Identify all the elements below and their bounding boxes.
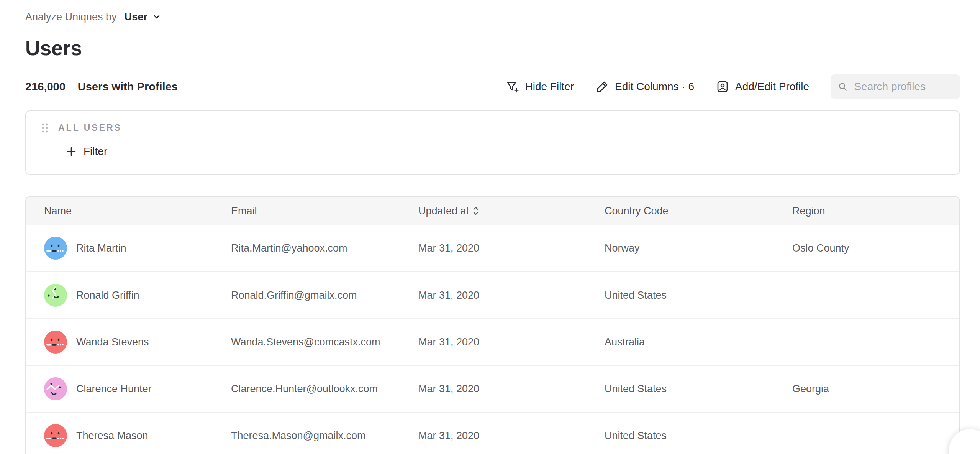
- user-email: Theresa.Mason@gmailx.com: [231, 430, 418, 442]
- user-updated-at: Mar 31, 2020: [418, 430, 605, 442]
- user-region: Georgia: [792, 383, 959, 395]
- column-header-updated-at[interactable]: Updated at: [418, 205, 605, 217]
- edit-columns-label: Edit Columns · 6: [615, 81, 694, 93]
- user-name: Clarence Hunter: [76, 383, 152, 395]
- zigzag-face-avatar: [44, 377, 67, 400]
- filter-panel: ALL USERS Filter: [25, 110, 960, 175]
- user-email: Clarence.Hunter@outlookx.com: [231, 383, 418, 395]
- table-row[interactable]: Theresa Mason Theresa.Mason@gmailx.com M…: [26, 412, 959, 454]
- user-country-code: United States: [605, 430, 792, 442]
- table-body: Rita Martin Rita.Martin@yahoox.com Mar 3…: [26, 225, 959, 454]
- funnel-plus-icon: [505, 80, 519, 94]
- add-filter-button[interactable]: Filter: [66, 145, 107, 158]
- analyze-by-value: User: [125, 11, 147, 23]
- pencil-icon: [595, 80, 609, 94]
- user-country-code: Australia: [605, 336, 792, 348]
- user-updated-at: Mar 31, 2020: [418, 242, 605, 254]
- profile-count: 216,000 Users with Profiles: [25, 81, 178, 93]
- table-row[interactable]: Wanda Stevens Wanda.Stevens@comcastx.com…: [26, 318, 959, 365]
- table-row[interactable]: Rita Martin Rita.Martin@yahoox.com Mar 3…: [26, 225, 959, 271]
- user-name: Theresa Mason: [76, 430, 148, 442]
- chevron-down-icon: [152, 12, 161, 21]
- user-email: Rita.Martin@yahoox.com: [231, 242, 418, 254]
- magnifier-icon: [837, 81, 848, 93]
- all-users-group-label: ALL USERS: [58, 123, 122, 133]
- column-header-email[interactable]: Email: [231, 205, 418, 217]
- user-country-code: United States: [605, 383, 792, 395]
- user-name: Wanda Stevens: [76, 336, 149, 348]
- users-page: Analyze Uniques by User Users 216,000 Us…: [0, 0, 980, 454]
- page-title: Users: [25, 36, 960, 60]
- dash-face-avatar: [44, 331, 67, 354]
- table-header-row: Name Email Updated at Country Code Regio…: [26, 197, 959, 225]
- user-country-code: Norway: [605, 242, 792, 254]
- edit-columns-button[interactable]: Edit Columns · 6: [595, 80, 694, 94]
- dash-face-avatar: [44, 237, 67, 260]
- user-name: Ronald Griffin: [76, 290, 139, 301]
- user-country-code: United States: [605, 290, 792, 301]
- user-name: Rita Martin: [76, 242, 126, 254]
- column-header-name[interactable]: Name: [26, 205, 231, 217]
- profile-count-label: Users with Profiles: [78, 81, 178, 93]
- toolbar: Hide Filter Edit Columns · 6 Add/Edit Pr…: [505, 74, 960, 99]
- user-email: Wanda.Stevens@comcastx.com: [231, 336, 418, 348]
- users-table: Name Email Updated at Country Code Regio…: [25, 196, 960, 454]
- user-region: Oslo County: [792, 242, 959, 254]
- add-edit-profile-label: Add/Edit Profile: [735, 81, 809, 93]
- profile-count-number: 216,000: [25, 81, 66, 93]
- add-edit-profile-button[interactable]: Add/Edit Profile: [716, 80, 809, 94]
- profile-card-icon: [716, 80, 729, 94]
- drag-handle-icon[interactable]: [41, 123, 48, 133]
- hide-filter-button[interactable]: Hide Filter: [505, 80, 574, 94]
- column-header-country-code[interactable]: Country Code: [605, 205, 792, 217]
- analyze-uniques-row: Analyze Uniques by User: [25, 11, 960, 23]
- table-row[interactable]: Ronald Griffin Ronald.Griffin@gmailx.com…: [26, 271, 959, 318]
- column-header-region[interactable]: Region: [792, 205, 959, 217]
- user-email: Ronald.Griffin@gmailx.com: [231, 290, 418, 301]
- add-filter-label: Filter: [84, 145, 107, 158]
- analyze-by-dropdown[interactable]: User: [125, 11, 161, 23]
- search-profiles-input[interactable]: [854, 81, 953, 93]
- plus-icon: [66, 146, 77, 157]
- analyze-uniques-label: Analyze Uniques by: [25, 11, 117, 23]
- search-profiles-box[interactable]: [831, 74, 960, 99]
- table-row[interactable]: Clarence Hunter Clarence.Hunter@outlookx…: [26, 365, 959, 412]
- hide-filter-label: Hide Filter: [525, 81, 574, 93]
- smile-face-avatar: [44, 284, 67, 307]
- user-updated-at: Mar 31, 2020: [418, 290, 605, 301]
- user-updated-at: Mar 31, 2020: [418, 336, 605, 348]
- user-updated-at: Mar 31, 2020: [418, 383, 605, 395]
- sort-icon: [473, 206, 479, 216]
- dash-face-avatar: [44, 424, 67, 447]
